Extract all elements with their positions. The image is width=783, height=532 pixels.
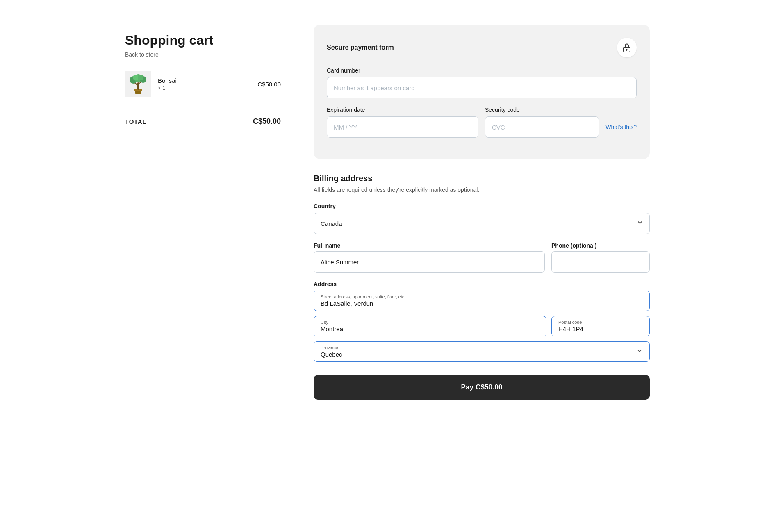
item-info: Bonsai × 1 [158,77,251,91]
item-name: Bonsai [158,77,251,84]
city-input[interactable] [321,325,539,332]
card-fields-row: Expiration date Security code What's thi… [327,107,637,146]
address-field-container: Street address, apartment, suite, floor,… [314,291,650,311]
city-field-container: City [314,316,546,336]
fullname-group: Full name [314,242,545,273]
pay-button[interactable]: Pay C$50.00 [314,375,650,400]
address-section: Address Street address, apartment, suite… [314,281,650,311]
country-select[interactable]: Canada United States United Kingdom [314,213,650,234]
payment-header: Secure payment form [327,38,637,57]
province-select[interactable]: Quebec Ontario British Columbia Alberta … [321,351,631,358]
fullname-input[interactable] [314,251,545,273]
back-to-store-link[interactable]: Back to store [125,51,281,58]
item-qty: × 1 [158,85,251,91]
lock-icon-button [617,38,637,57]
total-amount: C$50.00 [253,117,281,126]
page-title: Shopping cart [125,33,281,48]
total-label: TOTAL [125,118,146,125]
phone-label: Phone (optional) [551,242,650,249]
expiration-input[interactable] [327,116,478,138]
card-number-group: Card number [327,67,637,98]
security-group: Security code What's this? [485,107,637,138]
whats-this-link[interactable]: What's this? [605,124,637,130]
expiration-group: Expiration date [327,107,478,138]
security-row: What's this? [485,116,637,138]
card-number-input[interactable] [327,77,637,98]
svg-point-9 [138,75,143,80]
lock-icon [622,43,631,52]
city-float-label: City [321,320,539,325]
country-label: Country [314,203,650,209]
security-code-input[interactable] [485,116,599,138]
phone-input[interactable] [551,251,650,273]
postal-input[interactable] [558,325,643,332]
address-input[interactable] [321,300,643,307]
city-postal-row: City Postal code [314,316,650,336]
card-number-label: Card number [327,67,637,74]
phone-group: Phone (optional) [551,242,650,273]
cart-item: Bonsai × 1 C$50.00 [125,71,281,107]
province-float-label: Province [321,345,631,350]
item-price: C$50.00 [257,81,281,88]
province-select-wrapper: Province Quebec Ontario British Columbia… [314,341,650,362]
item-image [125,71,151,97]
billing-title: Billing address [314,174,650,183]
province-chevron-icon [636,348,643,356]
payment-form-title: Secure payment form [327,44,394,51]
name-phone-row: Full name Phone (optional) [314,242,650,273]
svg-point-8 [133,75,139,80]
billing-subtitle: All fields are required unless they're e… [314,186,650,193]
total-row: TOTAL C$50.00 [125,117,281,126]
postal-float-label: Postal code [558,320,643,325]
bonsai-icon [129,73,147,95]
security-label: Security code [485,107,637,113]
country-select-wrapper: Canada United States United Kingdom [314,213,650,234]
payment-card: Secure payment form Card number Expirati… [314,25,650,159]
expiration-label: Expiration date [327,107,478,113]
address-float-label: Street address, apartment, suite, floor,… [321,294,643,299]
country-group: Country Canada United States United King… [314,203,650,234]
address-label: Address [314,281,650,287]
left-panel: Shopping cart Back to store [125,25,281,516]
fullname-label: Full name [314,242,545,249]
right-panel: Secure payment form Card number Expirati… [314,25,650,516]
postal-field-container: Postal code [551,316,650,336]
